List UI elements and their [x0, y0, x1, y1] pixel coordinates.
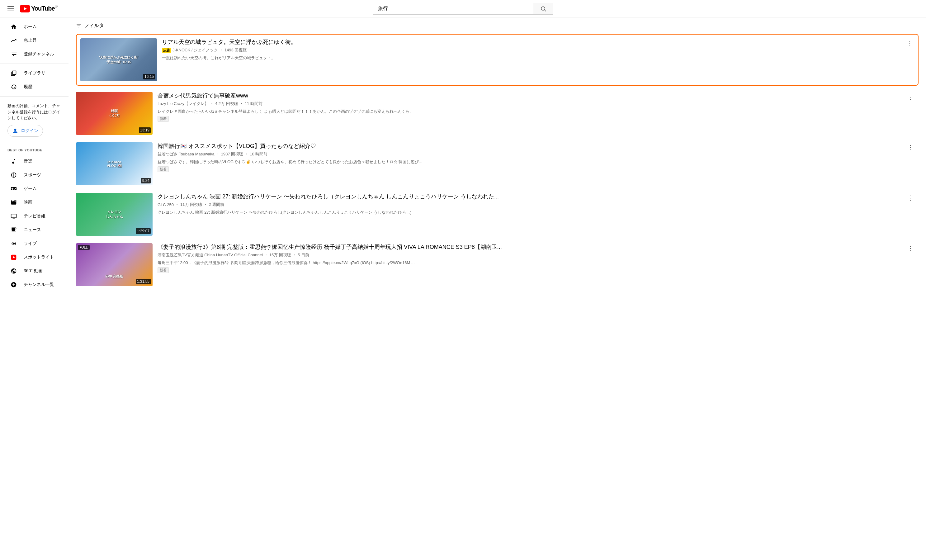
- time-5: 5 日前: [298, 252, 309, 258]
- sidebar-item-channels[interactable]: チャンネル一覧: [3, 278, 66, 292]
- video-title-3: 韓国旅行🇰🇷 オススメスポット【VLOG】買ったものなど紹介♡: [157, 142, 918, 150]
- live-icon: [10, 240, 17, 247]
- search-button[interactable]: [533, 3, 553, 15]
- view-count-1: 1493 回視聴: [224, 47, 247, 53]
- sidebar-item-live[interactable]: ライブ: [3, 237, 66, 250]
- time-2: 11 時間前: [245, 101, 262, 106]
- sidebar-item-library[interactable]: ライブラリ: [3, 67, 66, 80]
- login-label: ログイン: [21, 128, 38, 134]
- video-desc-3: 益若つばさです。韓国に行った時のVLOGです♡✌ いつも行くお店や、初めて行った…: [157, 159, 918, 165]
- 360-icon: [10, 267, 17, 275]
- new-badge-5: 新着: [157, 267, 169, 273]
- thumbnail-2[interactable]: 総額〇〇万 13:19: [76, 92, 153, 135]
- sidebar-item-subscriptions[interactable]: 登録チャンネル: [3, 47, 66, 61]
- video-meta-3: 益若つばさ Tsubasa Masuwaka・1937 回視聴・10 時間前: [157, 151, 918, 157]
- sidebar-music-label: 音楽: [24, 159, 32, 164]
- logo-text: YouTubeJP: [31, 5, 57, 12]
- home-icon: [10, 23, 17, 30]
- library-icon: [10, 70, 17, 77]
- thumb-text-4: クレヨンしんちゃん: [104, 208, 124, 220]
- svg-point-2: [541, 6, 545, 10]
- sidebar-tv-label: テレビ番組: [24, 213, 45, 219]
- view-count-5: 15万 回視聴: [269, 252, 291, 258]
- svg-line-3: [544, 10, 546, 11]
- sidebar-item-trending[interactable]: 急上昇: [3, 33, 66, 47]
- menu-button[interactable]: [5, 4, 16, 14]
- sidebar-divider-1: [0, 64, 68, 64]
- more-options-1[interactable]: ⋮: [905, 38, 914, 48]
- new-badge-3: 新着: [157, 166, 169, 172]
- sidebar-item-trending-label: 急上昇: [24, 38, 37, 43]
- view-count-3: 1937 回視聴: [221, 151, 244, 157]
- filter-bar: フィルタ: [76, 23, 918, 29]
- video-desc-2: レイクレ＃面白かったらいいね＃チャンネル登録よろしく よぉ暇人どば師匠だ！！！あ…: [157, 108, 918, 115]
- youtube-logo[interactable]: YouTubeJP: [20, 5, 57, 12]
- filter-label: フィルタ: [84, 23, 104, 29]
- sidebar-item-spotlight[interactable]: スポットライト: [3, 250, 66, 264]
- video-duration-4: 1:29:07: [136, 228, 151, 234]
- video-title-1: リアル天空の城ラピュタ。天空に浮かぶ死にゆく街。: [162, 38, 914, 46]
- sidebar-item-gaming[interactable]: ゲーム: [3, 182, 66, 195]
- main-content: フィルタ '天空に浮かぶ死にゆく街''天空の城' 16:15 16:15 リアル…: [68, 17, 926, 295]
- video-info-1: リアル天空の城ラピュタ。天空に浮かぶ死にゆく街。 広告 J-KNOCK / ジェ…: [162, 38, 914, 81]
- svg-point-4: [14, 129, 17, 131]
- sports-icon: [10, 171, 17, 179]
- thumbnail-4[interactable]: クレヨンしんちゃん 1:29:07: [76, 193, 153, 236]
- sidebar-item-history-label: 履歴: [24, 84, 32, 90]
- sidebar-item-news[interactable]: ニュース: [3, 223, 66, 237]
- video-title-2: 合宿メシ代男気旅行で無事破産www: [157, 92, 918, 100]
- sidebar-item-sports[interactable]: スポーツ: [3, 168, 66, 182]
- search-input[interactable]: 旅行: [373, 3, 533, 15]
- sidebar-item-home[interactable]: ホーム: [3, 20, 66, 33]
- spotlight-icon: [10, 254, 17, 261]
- trending-icon: [10, 37, 17, 44]
- time-3: 10 時間前: [250, 151, 268, 157]
- more-options-3[interactable]: ⋮: [906, 142, 915, 152]
- filter-icon: [76, 23, 82, 29]
- view-count-2: 4.2万 回視聴: [215, 101, 238, 106]
- gaming-icon: [10, 185, 17, 192]
- time-4: 2 週間前: [209, 202, 224, 207]
- video-info-4: クレヨンしんちゃん 映画 27: 新婚旅行ハリケーン 〜失われたひろし（クレヨン…: [157, 193, 918, 236]
- header-left: YouTubeJP: [5, 4, 74, 14]
- sidebar-divider-2: [0, 96, 68, 97]
- video-meta-5: 湖南卫视芒果TV官方频道 China HunanTV Official Chan…: [157, 252, 918, 258]
- channel-name-3: 益若つばさ Tsubasa Masuwaka: [157, 151, 215, 157]
- svg-point-6: [13, 242, 15, 245]
- sidebar-divider-3: [0, 143, 68, 143]
- login-section: 動画の評価、コメント、チャンネル登録を行うにはログインしてください。 ログイン: [0, 99, 68, 141]
- sidebar-item-history[interactable]: 履歴: [3, 80, 66, 94]
- video-info-5: 《妻子的浪漫旅行3》第8期 完整版：霍思燕李娜回忆生产惊险经历 杨千嬅丁子高结婚…: [157, 243, 918, 286]
- sidebar-item-tv[interactable]: テレビ番組: [3, 209, 66, 223]
- view-count-4: 11万 回視聴: [180, 202, 202, 207]
- sidebar-spotlight-label: スポットライト: [24, 254, 54, 260]
- sidebar-360-label: 360° 動画: [24, 268, 43, 274]
- layout: ホーム 急上昇 登録チャンネル ライブラリ 履歴: [0, 17, 926, 295]
- more-options-4[interactable]: ⋮: [906, 193, 915, 203]
- channel-name-2: Lazy Lie Crazy【レイクレ】: [157, 101, 209, 106]
- video-item: クレヨンしんちゃん 1:29:07 クレヨンしんちゃん 映画 27: 新婚旅行ハ…: [76, 189, 918, 239]
- sidebar-item-movies[interactable]: 映画: [3, 195, 66, 209]
- channel-name-5: 湖南卫视芒果TV官方频道 China HunanTV Official Chan…: [157, 252, 263, 258]
- sidebar-item-home-label: ホーム: [24, 24, 37, 30]
- more-options-5[interactable]: ⋮: [906, 243, 915, 253]
- video-desc-4: クレヨンしんちゃん 映画 27: 新婚旅行ハリケーン 〜失われたひろし(クレヨン…: [157, 209, 918, 215]
- video-info-2: 合宿メシ代男気旅行で無事破産www Lazy Lie Crazy【レイクレ】・4…: [157, 92, 918, 135]
- sidebar-item-music[interactable]: 音楽: [3, 154, 66, 168]
- video-item: '天空に浮かぶ死にゆく街''天空の城' 16:15 16:15 リアル天空の城ラ…: [76, 34, 918, 86]
- thumbnail-1[interactable]: '天空に浮かぶ死にゆく街''天空の城' 16:15 16:15: [80, 38, 157, 81]
- header: YouTubeJP 旅行: [0, 0, 926, 17]
- video-item: FULL EP8 完整版 1:31:55 《妻子的浪漫旅行3》第8期 完整版：霍…: [76, 239, 918, 290]
- thumbnail-3[interactable]: In KoreaVLOG 🇰🇷 9:24: [76, 142, 153, 185]
- thumb-text-2: 総額〇〇万: [108, 107, 121, 119]
- login-button[interactable]: ログイン: [8, 125, 43, 137]
- sidebar-item-360[interactable]: 360° 動画: [3, 264, 66, 278]
- video-title-5: 《妻子的浪漫旅行3》第8期 完整版：霍思燕李娜回忆生产惊险经历 杨千嬅丁子高结婚…: [157, 243, 918, 251]
- video-title-4: クレヨンしんちゃん 映画 27: 新婚旅行ハリケーン 〜失われたひろし（クレヨン…: [157, 193, 918, 201]
- video-duration-2: 13:19: [139, 127, 151, 133]
- thumb-text-5: EP8 完整版: [104, 273, 124, 280]
- more-options-2[interactable]: ⋮: [906, 92, 915, 102]
- video-duration-3: 9:24: [141, 178, 151, 183]
- thumbnail-5[interactable]: FULL EP8 完整版 1:31:55: [76, 243, 153, 286]
- sidebar-news-label: ニュース: [24, 227, 41, 233]
